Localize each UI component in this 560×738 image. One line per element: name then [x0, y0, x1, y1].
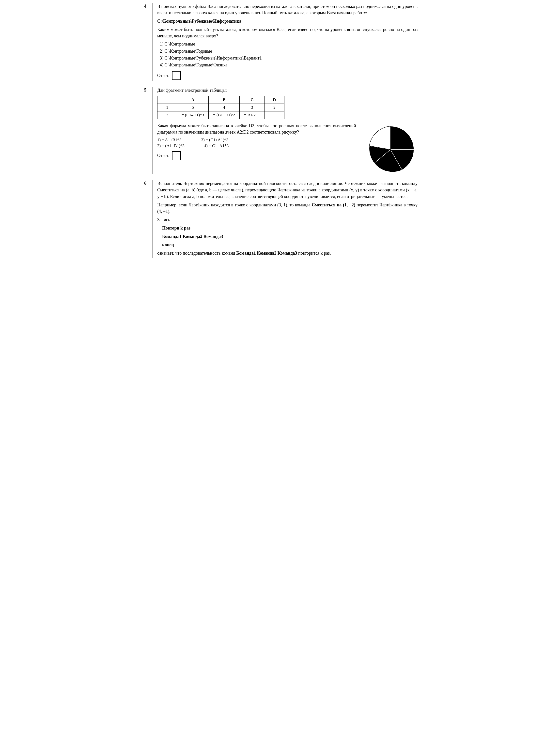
- q5-r1-a: 5: [177, 104, 209, 111]
- q6-para-2-text: Например, если Чертёжник находится в точ…: [157, 203, 312, 208]
- q5-answer-label: Ответ:: [157, 153, 170, 158]
- q4-option-4: 4) C:\Контрольные\Годовые\Физика: [160, 62, 417, 68]
- q6-para-3: Запись: [157, 217, 417, 223]
- q5-bottom: Какая формула может быть записана в ячей…: [157, 122, 417, 174]
- q5-opt1-right: 3) = (C1+A1)*3: [201, 137, 229, 142]
- question-4: 4 В поисках нужного файла Васа последова…: [140, 0, 420, 84]
- q5-r2-d: [265, 111, 284, 119]
- q5-th-a: A: [177, 96, 209, 104]
- question-5: 5 Дан фрагмент электронной таблицы: A B …: [140, 84, 420, 177]
- q5-th-b: B: [209, 96, 240, 104]
- question-number-5: 5: [140, 87, 153, 174]
- q5-opt2-right: 4) = C1+A1*3: [204, 143, 229, 148]
- q6-para-2: Например, если Чертёжник находится в точ…: [157, 202, 417, 215]
- q6-last-para: означает, что последовательность команд …: [157, 250, 417, 256]
- pie-chart-container: [363, 122, 417, 174]
- q5-r1-b: 4: [209, 104, 240, 111]
- q5-th-c: C: [239, 96, 265, 104]
- question-5-content: Дан фрагмент электронной таблицы: A B C …: [157, 87, 420, 174]
- q5-r1-d: 2: [265, 104, 284, 111]
- q5-r2-a: = (C1–D1)*3: [177, 111, 209, 119]
- q5-answer-line: Ответ:: [157, 151, 356, 160]
- q4-option-2: 2) C:\Контрольные\Годовые: [160, 48, 417, 54]
- q4-intro: В поисках нужного файла Васа последовате…: [157, 3, 417, 16]
- q5-th-empty: [158, 96, 177, 104]
- q5-r2-rownum: 2: [158, 111, 177, 119]
- q5-formula-row-1: 1) = A1+B1*3 3) = (C1+A1)*3: [157, 137, 356, 142]
- q5-table: A B C D 1 5 4 3 2 2 = (C1–D1)*3 = (B1+D1: [157, 96, 284, 119]
- question-number-4: 4: [140, 3, 153, 81]
- q6-para-1: Исполнитель Чертёжник перемещается на ко…: [157, 180, 417, 200]
- q4-answer-line: Ответ:: [157, 71, 417, 80]
- q5-answer-box[interactable]: [172, 151, 181, 160]
- q6-bold-line-3: конец: [162, 242, 417, 248]
- q5-opt2-left: 2) = (A1+B1)*3: [157, 143, 185, 148]
- q5-opt1-left: 1) = A1+B1*3: [157, 137, 182, 142]
- q6-bold-commands-ref: Команда1 Команда2 Команда3: [236, 251, 297, 256]
- question-number-6: 6: [140, 180, 153, 258]
- q5-intro: Дан фрагмент электронной таблицы:: [157, 87, 417, 93]
- q5-r1-rownum: 1: [158, 104, 177, 111]
- q4-answer-box[interactable]: [172, 71, 181, 80]
- q4-question: Каким может быть полный путь каталога, в…: [157, 26, 417, 39]
- q6-last-para-start: означает, что последовательность команд: [157, 251, 236, 256]
- q5-th-d: D: [265, 96, 284, 104]
- q4-path: C:\Контрольные\Рубежные\Информатика: [157, 18, 417, 24]
- q6-bold-line-2: Команда1 Команда2 Команда3: [162, 233, 417, 240]
- q5-question: Какая формула может быть записана в ячей…: [157, 122, 356, 135]
- pie-chart-svg: [366, 125, 415, 174]
- q5-r2-b: = (B1+D1)/2: [209, 111, 240, 119]
- q6-bold-line-1: Повтори k раз: [162, 225, 417, 231]
- q4-answer-label: Ответ:: [157, 73, 170, 78]
- q6-bold-command-example: Сместиться на (1, −2): [312, 203, 355, 208]
- q5-r1-c: 3: [239, 104, 265, 111]
- question-6: 6 Исполнитель Чертёжник перемещается на …: [140, 177, 420, 261]
- q5-table-header-row: A B C D: [158, 96, 284, 104]
- q5-table-row-1: 1 5 4 3 2: [158, 104, 284, 111]
- q5-r2-c: = B1/2+1: [239, 111, 265, 119]
- q5-formula-options: 1) = A1+B1*3 3) = (C1+A1)*3 2) = (A1+B1)…: [157, 137, 356, 148]
- q5-formula-row-2: 2) = (A1+B1)*3 4) = C1+A1*3: [157, 143, 356, 148]
- q5-table-row-2: 2 = (C1–D1)*3 = (B1+D1)/2 = B1/2+1: [158, 111, 284, 119]
- q4-option-3: 3) C:\Контрольные\Рубежные\Информатика\В…: [160, 55, 417, 61]
- q4-option-1: 1) C:\Контрольные: [160, 41, 417, 47]
- q4-options-list: 1) C:\Контрольные 2) C:\Контрольные\Годо…: [157, 41, 417, 68]
- q6-last-para-end: повторится k раз.: [297, 251, 331, 256]
- question-6-content: Исполнитель Чертёжник перемещается на ко…: [157, 180, 420, 258]
- q5-text: Какая формула может быть записана в ячей…: [157, 122, 356, 161]
- question-4-content: В поисках нужного файла Васа последовате…: [157, 3, 420, 81]
